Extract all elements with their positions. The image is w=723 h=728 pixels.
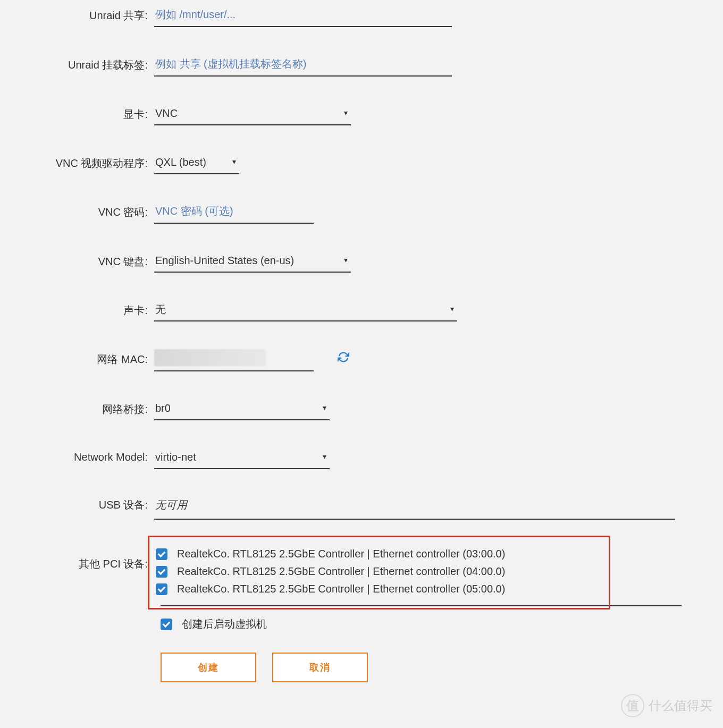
pci-item-row: RealtekCo. RTL8125 2.5GbE Controller | E… [156, 548, 602, 560]
pci-item-row: RealtekCo. RTL8125 2.5GbE Controller | E… [156, 583, 602, 595]
refresh-mac-icon[interactable] [338, 351, 349, 366]
vnc-driver-select[interactable]: QXL (best) [154, 153, 239, 173]
net-bridge-select[interactable]: br0 [154, 399, 330, 419]
usb-value: 无可用 [154, 497, 675, 520]
start-after-label: 创建后启动虚拟机 [182, 617, 267, 631]
watermark-text: 什么值得买 [649, 697, 712, 714]
vnc-keyboard-select-wrap[interactable]: English-United States (en-us) [154, 251, 351, 273]
create-button[interactable]: 创建 [161, 653, 256, 682]
pci-checkbox-0[interactable] [156, 548, 167, 560]
gpu-label: 显卡: [0, 104, 154, 122]
sound-select[interactable]: 无 [154, 300, 457, 320]
pci-item-label: RealtekCo. RTL8125 2.5GbE Controller | E… [177, 548, 505, 560]
watermark: 值 什么值得买 [621, 694, 712, 717]
gpu-select-wrap[interactable]: VNC [154, 104, 351, 125]
net-bridge-label: 网络桥接: [0, 399, 154, 417]
pci-item-label: RealtekCo. RTL8125 2.5GbE Controller | E… [177, 565, 505, 578]
watermark-icon: 值 [621, 694, 644, 717]
vnc-driver-select-wrap[interactable]: QXL (best) [154, 153, 239, 174]
unraid-share-input[interactable] [154, 5, 452, 27]
unraid-mount-input[interactable] [154, 55, 452, 77]
pci-label: 其他 PCI 设备: [0, 536, 154, 571]
net-model-select-wrap[interactable]: virtio-net [154, 448, 330, 469]
net-bridge-select-wrap[interactable]: br0 [154, 399, 330, 420]
unraid-share-label: Unraid 共享: [0, 5, 154, 23]
vnc-keyboard-select[interactable]: English-United States (en-us) [154, 251, 351, 272]
vnc-password-input[interactable] [154, 202, 314, 224]
cancel-button[interactable]: 取消 [272, 653, 368, 682]
net-mac-input[interactable] [154, 349, 266, 366]
start-after-checkbox[interactable] [161, 619, 172, 630]
pci-checkbox-2[interactable] [156, 583, 167, 595]
pci-checkbox-1[interactable] [156, 566, 167, 578]
vnc-driver-label: VNC 视频驱动程序: [0, 153, 154, 171]
pci-highlight-box: RealtekCo. RTL8125 2.5GbE Controller | E… [148, 536, 610, 610]
net-model-select[interactable]: virtio-net [154, 448, 330, 468]
pci-item-row: RealtekCo. RTL8125 2.5GbE Controller | E… [156, 565, 602, 578]
gpu-select[interactable]: VNC [154, 104, 351, 124]
vnc-password-label: VNC 密码: [0, 202, 154, 219]
pci-item-label: RealtekCo. RTL8125 2.5GbE Controller | E… [177, 583, 505, 595]
net-mac-label: 网络 MAC: [0, 349, 154, 367]
sound-label: 声卡: [0, 300, 154, 318]
vnc-keyboard-label: VNC 键盘: [0, 251, 154, 269]
usb-label: USB 设备: [0, 497, 154, 512]
sound-select-wrap[interactable]: 无 [154, 300, 457, 321]
unraid-mount-label: Unraid 挂载标签: [0, 55, 154, 72]
net-model-label: Network Model: [0, 448, 154, 463]
